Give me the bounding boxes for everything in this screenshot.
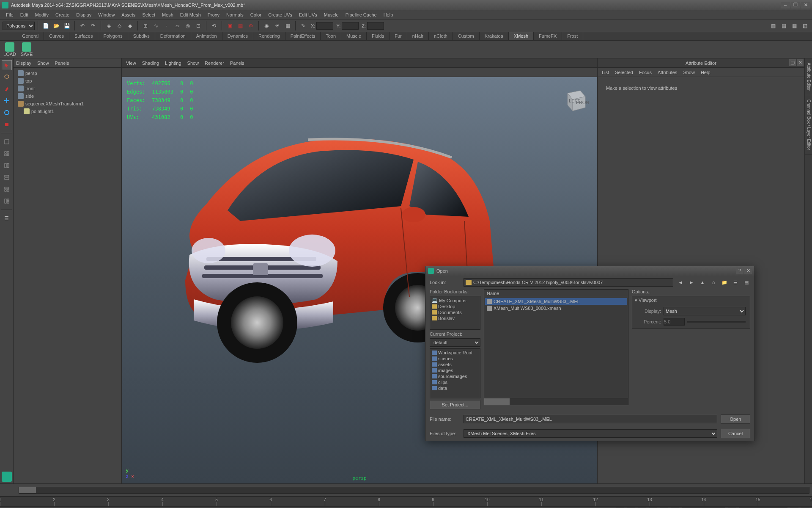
shelf-load-button[interactable]: LOAD	[3, 42, 17, 57]
lasso-tool-icon[interactable]	[2, 72, 12, 82]
outliner-node-top[interactable]: top	[15, 77, 120, 85]
bookmarks-list[interactable]: 💻My Computer Desktop Documents Borislav	[430, 296, 480, 330]
menu-create-uvs[interactable]: Create UVs	[265, 11, 296, 19]
shelf-tab-fumefx[interactable]: FumeFX	[534, 32, 562, 40]
shelf-tab-polygons[interactable]: Polygons	[98, 32, 128, 40]
layout-four-icon[interactable]	[2, 149, 12, 159]
ws-assets[interactable]: assets	[431, 362, 479, 367]
maya-icon[interactable]	[2, 472, 12, 482]
ws-images[interactable]: images	[431, 367, 479, 373]
ws-data[interactable]: data	[431, 385, 479, 391]
shelf-tab-krakatoa[interactable]: Krakatoa	[480, 32, 509, 40]
vp-menu-view[interactable]: View	[126, 61, 136, 66]
open-scene-icon[interactable]: 📂	[52, 21, 61, 30]
shelf-tab-xmesh[interactable]: XMesh	[509, 32, 534, 40]
menu-create[interactable]: Create	[52, 11, 73, 19]
vp-menu-panels[interactable]: Panels	[230, 61, 244, 66]
cancel-button[interactable]: Cancel	[721, 429, 750, 438]
viewport-section-header[interactable]: ▾ Viewport	[632, 296, 750, 304]
menu-edit-uvs[interactable]: Edit UVs	[296, 11, 321, 19]
view-cube-icon[interactable]: LEFT FRONT	[559, 86, 589, 115]
view-list-icon[interactable]: ☰	[732, 279, 739, 286]
construction-history-icon[interactable]: ⟲	[209, 21, 219, 30]
snap-plane-icon[interactable]: ▱	[173, 21, 182, 30]
ae-menu-focus[interactable]: Focus	[639, 70, 652, 75]
menu-display[interactable]: Display	[73, 11, 95, 19]
dialog-close-icon[interactable]: ✕	[744, 268, 752, 274]
file-list-header[interactable]: Name	[484, 289, 628, 297]
ws-root[interactable]: Workspace Root	[431, 350, 479, 356]
vp-bookmark-icon[interactable]	[132, 69, 140, 76]
percent-slider[interactable]	[687, 321, 746, 323]
vp-aa-icon[interactable]	[301, 69, 309, 76]
vp-wireframe-icon[interactable]	[208, 69, 216, 76]
select-by-component-icon[interactable]: ◆	[125, 21, 134, 30]
outliner-node-front[interactable]: front	[15, 85, 120, 92]
module-selector[interactable]: Polygons	[3, 22, 35, 30]
vp-menu-show[interactable]: Show	[187, 61, 199, 66]
percent-input[interactable]	[664, 318, 685, 326]
vp-motion-blur-icon[interactable]	[284, 69, 292, 76]
shelf-tab-general[interactable]: General	[17, 32, 44, 40]
shelf-tab-curves[interactable]: Curves	[44, 32, 69, 40]
shelf-tab-frost[interactable]: Frost	[562, 32, 583, 40]
select-tool-icon[interactable]	[2, 60, 12, 70]
vp-shadows-icon[interactable]	[242, 69, 250, 76]
vp-isolate-icon[interactable]	[259, 69, 266, 76]
bookmark-user[interactable]: Borislav	[431, 315, 479, 321]
vp-resolution-gate-icon[interactable]	[174, 69, 182, 76]
outliner-node-xmesh[interactable]: sequenceXMeshTransform1	[15, 100, 120, 108]
nav-back-icon[interactable]: ◄	[677, 279, 684, 286]
vp-safe-action-icon[interactable]	[191, 69, 199, 76]
menu-proxy[interactable]: Proxy	[204, 11, 223, 19]
file-list-hscroll[interactable]	[484, 398, 628, 405]
layout-two-stacked-icon[interactable]	[2, 172, 12, 182]
shelf-save-button[interactable]: SAVE	[19, 42, 34, 57]
nav-forward-icon[interactable]: ►	[688, 279, 695, 286]
menu-edit-mesh[interactable]: Edit Mesh	[177, 11, 204, 19]
shelf-tab-animation[interactable]: Animation	[191, 32, 222, 40]
menu-select[interactable]: Select	[139, 11, 159, 19]
outliner-menu-display[interactable]: Display	[16, 61, 31, 66]
shelf-tab-fur[interactable]: Fur	[390, 32, 407, 40]
open-button[interactable]: Open	[721, 414, 750, 424]
layout-three-left-icon[interactable]	[2, 196, 12, 206]
vp-smooth-shade-icon[interactable]	[217, 69, 224, 76]
file-row[interactable]: XMesh_MultiWS83_0000.xmesh	[485, 305, 627, 312]
new-scene-icon[interactable]: 📄	[41, 21, 50, 30]
ae-menu-list[interactable]: List	[602, 70, 609, 75]
dialog-help-icon[interactable]: ?	[736, 268, 743, 274]
vp-image-plane-icon[interactable]	[140, 69, 148, 76]
view-details-icon[interactable]: ▤	[743, 279, 750, 286]
ws-scenes[interactable]: scenes	[431, 356, 479, 362]
side-tab-attribute-editor[interactable]: Attribute Editor	[805, 58, 812, 95]
dialog-title-bar[interactable]: Open ? ✕	[425, 266, 754, 276]
toggle-attribute-editor-icon[interactable]: ▥	[768, 21, 778, 30]
filename-input[interactable]	[464, 415, 717, 423]
menu-muscle[interactable]: Muscle	[321, 11, 342, 19]
shelf-tab-nhair[interactable]: nHair	[407, 32, 429, 40]
outliner-menu-panels[interactable]: Panels	[55, 61, 69, 66]
outliner-node-persp[interactable]: persp	[15, 69, 120, 77]
ae-menu-show[interactable]: Show	[683, 70, 695, 75]
ae-close-icon[interactable]: ✕	[797, 59, 804, 66]
shelf-tab-toon[interactable]: Toon	[321, 32, 341, 40]
new-folder-icon[interactable]: 📁	[721, 279, 728, 286]
toggle-tool-settings-icon[interactable]: ▤	[779, 21, 788, 30]
set-project-button[interactable]: Set Project...	[430, 400, 480, 409]
ae-menu-selected[interactable]: Selected	[615, 70, 633, 75]
outliner-node-light[interactable]: pointLight1	[15, 108, 120, 115]
vp-2d-pan-icon[interactable]	[149, 69, 156, 76]
lights-icon[interactable]: ☀	[272, 21, 282, 30]
redo-icon[interactable]: ↷	[88, 21, 98, 30]
vp-grid-icon[interactable]	[157, 69, 165, 76]
vp-menu-lighting[interactable]: Lighting	[165, 61, 181, 66]
undo-icon[interactable]: ↶	[78, 21, 87, 30]
vp-select-camera-icon[interactable]	[123, 69, 131, 76]
select-by-object-icon[interactable]: ◇	[115, 21, 124, 30]
side-tab-channel-box[interactable]: Channel Box / Layer Editor	[805, 95, 812, 155]
snap-live-icon[interactable]: ◎	[183, 21, 192, 30]
vp-safe-title-icon[interactable]	[200, 69, 207, 76]
file-list[interactable]: CREATE_XML_XMesh_MultiWS83_.MEL XMesh_Mu…	[484, 297, 628, 398]
layout-single-icon[interactable]	[2, 137, 12, 147]
